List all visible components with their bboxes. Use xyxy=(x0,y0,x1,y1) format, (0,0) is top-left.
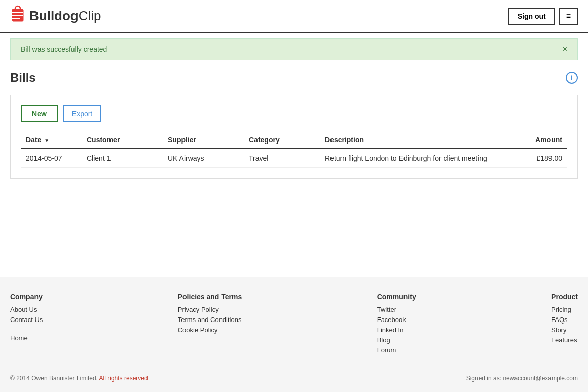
bills-panel: New Export Date ▼ Customer Supplier Cate… xyxy=(10,95,578,179)
footer-link[interactable]: Privacy Policy xyxy=(178,306,242,313)
table-body: 2014-05-07 Client 1 UK Airways Travel Re… xyxy=(21,149,567,168)
col-header-category[interactable]: Category xyxy=(244,132,320,149)
page-title: Bills xyxy=(10,70,36,85)
footer-link[interactable]: Terms and Conditions xyxy=(178,316,242,324)
footer-link[interactable]: Blog xyxy=(377,336,416,344)
rights-highlight: All rights reserved xyxy=(98,375,148,382)
footer-link[interactable]: Home xyxy=(10,334,43,342)
logo-bold-text: Bulldog xyxy=(29,8,79,24)
footer-link[interactable]: Twitter xyxy=(377,306,416,313)
footer-col-heading: Company xyxy=(10,293,43,301)
alert-close-button[interactable]: × xyxy=(563,45,567,54)
table-header: Date ▼ Customer Supplier Category Descri… xyxy=(21,132,567,149)
footer-column: Policies and TermsPrivacy PolicyTerms an… xyxy=(178,293,242,357)
footer-column: CompanyAbout UsContact UsHome xyxy=(10,293,43,357)
footer-link[interactable]: FAQs xyxy=(551,316,578,324)
logo: BulldogClip xyxy=(10,5,101,27)
cell-description: Return flight London to Edinburgh for cl… xyxy=(320,149,517,168)
logo-regular-text: Clip xyxy=(79,8,101,24)
footer-link[interactable]: Forum xyxy=(377,346,416,354)
export-button[interactable]: Export xyxy=(63,105,101,122)
cell-customer: Client 1 xyxy=(82,149,163,168)
table-row[interactable]: 2014-05-07 Client 1 UK Airways Travel Re… xyxy=(21,149,567,168)
bills-table: Date ▼ Customer Supplier Category Descri… xyxy=(21,132,567,168)
footer-col-heading: Community xyxy=(377,293,416,301)
sort-icon: ▼ xyxy=(44,138,49,144)
footer-column: CommunityTwitterFacebookLinked InBlogFor… xyxy=(377,293,416,357)
col-header-amount[interactable]: Amount xyxy=(517,132,567,149)
cell-date: 2014-05-07 xyxy=(21,149,82,168)
footer-link[interactable]: Features xyxy=(551,336,578,344)
info-icon[interactable]: i xyxy=(566,72,578,84)
cell-category: Travel xyxy=(244,149,320,168)
cell-supplier: UK Airways xyxy=(163,149,244,168)
footer-column: ProductPricingFAQsStoryFeatures xyxy=(551,293,578,357)
footer-columns: CompanyAbout UsContact UsHomePolicies an… xyxy=(10,293,578,357)
signed-in-email: newaccount@example.com xyxy=(503,375,578,382)
footer-link[interactable]: Cookie Policy xyxy=(178,326,242,334)
header-buttons: Sign out ≡ xyxy=(508,8,578,25)
header: BulldogClip Sign out ≡ xyxy=(0,0,588,33)
page-header: Bills i xyxy=(10,70,578,85)
toolbar: New Export xyxy=(21,105,567,122)
footer-link[interactable]: Story xyxy=(551,326,578,334)
footer-link[interactable]: Pricing xyxy=(551,306,578,313)
col-header-customer[interactable]: Customer xyxy=(82,132,163,149)
menu-button[interactable]: ≡ xyxy=(559,8,578,25)
col-header-supplier[interactable]: Supplier xyxy=(163,132,244,149)
main-content: Bills i New Export Date ▼ Customer Suppl… xyxy=(0,65,588,277)
copyright: © 2014 Owen Bannister Limited. All right… xyxy=(10,375,148,382)
col-header-description[interactable]: Description xyxy=(320,132,517,149)
footer-link[interactable]: Facebook xyxy=(377,316,416,324)
signout-button[interactable]: Sign out xyxy=(508,8,555,25)
col-header-date[interactable]: Date ▼ xyxy=(21,132,82,149)
new-button[interactable]: New xyxy=(21,105,58,122)
footer-col-heading: Policies and Terms xyxy=(178,293,242,301)
success-alert: Bill was succesfully created × xyxy=(10,38,578,60)
signed-in-info: Signed in as: newaccount@example.com xyxy=(466,375,578,382)
footer-link[interactable]: About Us xyxy=(10,306,43,313)
alert-message: Bill was succesfully created xyxy=(21,45,107,53)
footer-col-heading: Product xyxy=(551,293,578,301)
cell-amount: £189.00 xyxy=(517,149,567,168)
footer-bottom: © 2014 Owen Bannister Limited. All right… xyxy=(10,367,578,382)
footer-link[interactable]: Linked In xyxy=(377,326,416,334)
logo-icon xyxy=(10,5,25,27)
footer-link[interactable]: Contact Us xyxy=(10,316,43,324)
footer: CompanyAbout UsContact UsHomePolicies an… xyxy=(0,277,588,392)
